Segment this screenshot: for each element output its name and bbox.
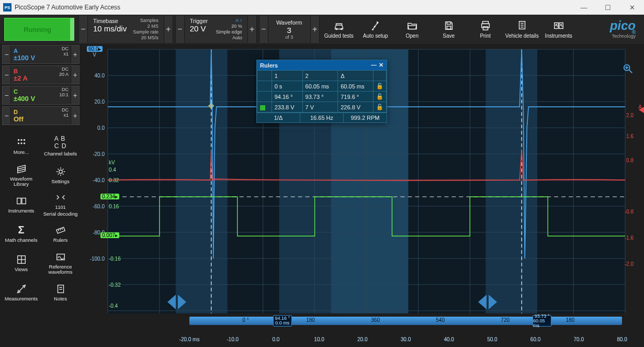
rulers-panel[interactable]: Rulers — ✕ 12Δ 0 s60.05 ms60.05 ms🔓 94.1…	[256, 60, 387, 123]
svg-text:kV: kV	[109, 160, 115, 165]
svg-point-18	[23, 139, 25, 140]
rulers-table: 12Δ 0 s60.05 ms60.05 ms🔓 94.16 °93.73 °7…	[257, 70, 387, 113]
run-stop-button[interactable]: Running	[4, 18, 74, 41]
close-button[interactable]: ✕	[620, 0, 644, 15]
svg-rect-6	[447, 26, 450, 29]
lock-icon[interactable]: 🔓	[374, 92, 387, 102]
math-channels-button[interactable]: ΣMath channels	[2, 219, 40, 248]
waveform-prev[interactable]: −	[259, 16, 268, 43]
ruler1-handle-left[interactable]	[167, 295, 176, 309]
ruler2-marker[interactable]: 93.73 °60.05 ms	[533, 315, 551, 327]
instruments-button[interactable]: Instruments	[2, 190, 40, 218]
titlebar: PS PicoScope 7 Automotive Early Access —…	[0, 0, 644, 15]
ruler2-handle-right[interactable]	[489, 295, 497, 309]
svg-point-21	[23, 142, 25, 144]
lock-icon[interactable]: 🔓	[374, 81, 387, 92]
settings-button[interactable]: Settings	[41, 161, 80, 189]
svg-text:0.0: 0.0	[97, 125, 105, 131]
svg-rect-38	[176, 49, 228, 314]
trigger-minus[interactable]: −	[175, 16, 185, 43]
svg-rect-23	[17, 198, 20, 204]
waveform-next[interactable]: +	[310, 16, 320, 43]
measurements-button[interactable]: Measurements	[2, 278, 40, 306]
timebase-plus[interactable]: +	[164, 16, 173, 43]
vehicle-details-button[interactable]: Vehicle details	[505, 16, 539, 43]
chA-body[interactable]: A ±100 V DCx1	[11, 46, 71, 63]
trigger-plus[interactable]: +	[247, 16, 257, 43]
chD-plus[interactable]: +	[71, 107, 79, 125]
pico-logo: pico® Technology	[603, 16, 643, 43]
chA-minus[interactable]: −	[3, 46, 11, 63]
zoom-button[interactable]	[622, 63, 634, 76]
channel-A: − A ±100 V DCx1 +	[2, 45, 80, 64]
svg-line-28	[62, 228, 62, 229]
chB-minus[interactable]: −	[3, 66, 11, 84]
svg-text:-20.0: -20.0	[93, 151, 105, 157]
chB-plus[interactable]: +	[71, 66, 79, 84]
rulers-button[interactable]: Rulers	[41, 219, 80, 248]
svg-text:-0.4: -0.4	[109, 303, 118, 309]
ruler1-handle-right[interactable]	[178, 295, 186, 309]
rotation-bar[interactable]: 0 ° 180 360 540 720 180 94.16 °0.0 ms 93…	[189, 317, 622, 325]
instruments-top-button[interactable]: Instruments	[541, 16, 576, 43]
chC-minus[interactable]: −	[3, 86, 11, 104]
reference-waveforms-button[interactable]: Reference waveforms	[41, 249, 80, 277]
open-button[interactable]: Open	[395, 16, 430, 43]
notes-button[interactable]: Notes	[41, 278, 80, 306]
ruler2-handle-left[interactable]	[478, 295, 487, 309]
svg-text:0.4: 0.4	[109, 167, 116, 173]
rulers-panel-header[interactable]: Rulers — ✕	[257, 60, 387, 70]
channel-B: − B ±2 A DC20 A +	[2, 65, 80, 84]
serial-decoding-button[interactable]: 1101Serial decoding	[41, 190, 80, 218]
trigger-group: − Trigger 20 V A ↑ 20 % Simple edge Auto…	[175, 16, 257, 43]
svg-point-16	[17, 139, 19, 140]
lock-icon[interactable]: 🔓	[374, 102, 387, 113]
chD-minus[interactable]: −	[3, 107, 11, 125]
chB-axis-arrow-icon	[639, 107, 644, 113]
more-button[interactable]: More...	[2, 131, 40, 160]
chD-body[interactable]: D Off DCx1	[11, 107, 71, 125]
svg-rect-33	[58, 285, 63, 293]
axis-tag-top[interactable]: 60.0▸	[87, 46, 103, 52]
svg-rect-41	[485, 49, 537, 314]
timebase-body[interactable]: Timebase 10 ms/div Samples 2 MS Sample r…	[88, 16, 164, 43]
channel-C: − C ±400 V DC10:1 +	[2, 86, 80, 105]
chA-plus[interactable]: +	[71, 46, 79, 63]
guided-tests-button[interactable]: Guided tests	[322, 16, 356, 43]
chC-plus[interactable]: +	[71, 86, 79, 104]
svg-line-85	[629, 70, 632, 73]
axis-tag-mid[interactable]: 0.234▸	[100, 194, 119, 199]
minimize-button[interactable]: —	[572, 0, 596, 15]
timebase-minus[interactable]: −	[78, 16, 88, 43]
channel-labels-button[interactable]: A BC DChannel labels	[41, 131, 80, 160]
svg-text:0.16: 0.16	[109, 204, 119, 209]
maximize-button[interactable]: ☐	[596, 0, 620, 15]
svg-line-27	[60, 228, 60, 230]
ruler1-marker[interactable]: 94.16 °0.0 ms	[273, 315, 292, 327]
svg-point-20	[20, 142, 22, 144]
svg-rect-9	[483, 27, 488, 30]
axis-tag-low[interactable]: 0.007▸	[100, 232, 119, 238]
trigger-body[interactable]: Trigger 20 V A ↑ 20 % Simple edge Auto	[185, 16, 247, 43]
svg-rect-5	[447, 22, 450, 25]
svg-point-22	[59, 170, 62, 173]
views-button[interactable]: Views	[2, 249, 40, 277]
svg-text:0.32: 0.32	[109, 177, 119, 183]
auto-setup-button[interactable]: Auto setup	[358, 16, 393, 43]
save-button[interactable]: Save	[432, 16, 466, 43]
svg-text:-40.0: -40.0	[93, 177, 105, 183]
waveform-library-button[interactable]: Waveform Library	[2, 161, 40, 189]
window-title: PicoScope 7 Automotive Early Access	[15, 4, 120, 11]
rulers-close-icon[interactable]: ✕	[379, 62, 383, 69]
chB-body[interactable]: B ±2 A DC20 A	[11, 66, 71, 84]
waveform-body[interactable]: Waveform 3 of 3	[268, 16, 310, 43]
chC-body[interactable]: C ±400 V DC10:1	[11, 86, 71, 104]
svg-point-17	[20, 139, 22, 140]
rulers-minimize-icon[interactable]: —	[371, 62, 377, 69]
timebase-group: − Timebase 10 ms/div Samples 2 MS Sample…	[78, 16, 173, 43]
channel-D: − D Off DCx1 +	[2, 106, 80, 125]
app-logo-icon: PS	[3, 3, 12, 12]
svg-text:-0.16: -0.16	[109, 256, 121, 262]
print-button[interactable]: Print	[468, 16, 503, 43]
svg-text:40.0: 40.0	[95, 73, 105, 79]
